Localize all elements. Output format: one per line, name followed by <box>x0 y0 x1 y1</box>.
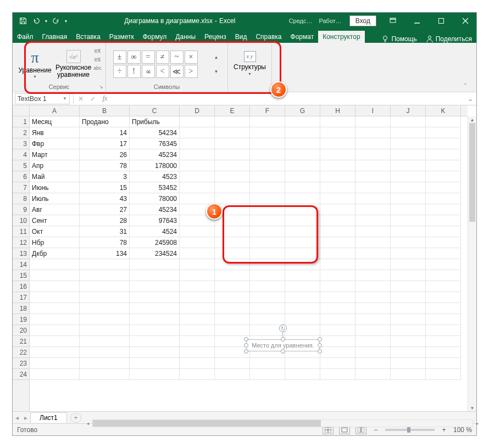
cell[interactable] <box>30 325 80 336</box>
cell[interactable] <box>180 358 215 369</box>
cell[interactable] <box>391 270 426 281</box>
cancel-icon[interactable]: ✕ <box>75 95 87 103</box>
cell[interactable] <box>285 116 320 127</box>
row-header[interactable]: 9 <box>13 204 29 215</box>
cell[interactable] <box>215 314 250 325</box>
cell[interactable] <box>285 270 320 281</box>
cell[interactable] <box>355 248 391 259</box>
cell[interactable] <box>180 369 215 380</box>
cell[interactable] <box>180 336 215 347</box>
col-header[interactable]: C <box>130 105 180 116</box>
cell[interactable]: 53452 <box>130 182 180 193</box>
cell[interactable] <box>250 369 285 380</box>
cell[interactable] <box>426 138 461 149</box>
cell[interactable] <box>426 281 461 292</box>
cell[interactable]: Месяц <box>30 116 80 127</box>
cell[interactable] <box>30 270 80 281</box>
worksheet-grid[interactable]: ABCDEFGHIJK 1234567891011121314151617181… <box>13 105 476 411</box>
sym-propto[interactable]: ∝ <box>142 65 155 78</box>
cell[interactable] <box>215 193 250 204</box>
cell[interactable] <box>285 237 320 248</box>
cell[interactable]: 97643 <box>130 215 180 226</box>
vertical-scrollbar[interactable]: ▲ ▼ <box>468 116 476 411</box>
sheet-nav-prev-icon[interactable]: ◂ <box>13 414 21 422</box>
cell[interactable] <box>30 347 80 358</box>
accept-icon[interactable]: ✓ <box>87 95 99 103</box>
cell[interactable] <box>391 369 426 380</box>
cell[interactable] <box>320 149 355 160</box>
cell[interactable] <box>426 204 461 215</box>
cell[interactable] <box>355 127 391 138</box>
sym-gt[interactable]: > <box>185 65 198 78</box>
cell[interactable] <box>180 138 215 149</box>
col-header[interactable]: K <box>426 105 461 116</box>
zoom-in-button[interactable]: + <box>440 426 448 434</box>
convert-icon-2[interactable]: ex <box>93 55 102 64</box>
sym-plusminus[interactable]: ± <box>113 51 126 64</box>
select-all-cells[interactable] <box>13 105 30 116</box>
cell[interactable] <box>355 336 391 347</box>
cell[interactable] <box>426 303 461 314</box>
cell[interactable] <box>215 226 250 237</box>
cell[interactable] <box>426 182 461 193</box>
cell[interactable] <box>180 303 215 314</box>
row-header[interactable]: 17 <box>13 292 29 303</box>
cell[interactable] <box>426 336 461 347</box>
cell[interactable] <box>355 160 391 171</box>
cell[interactable] <box>285 149 320 160</box>
cell[interactable] <box>355 182 391 193</box>
cell[interactable] <box>250 292 285 303</box>
cell[interactable] <box>215 281 250 292</box>
tab-help[interactable]: Справка <box>251 31 286 43</box>
cell[interactable] <box>215 149 250 160</box>
row-header[interactable]: 22 <box>13 347 29 358</box>
new-sheet-button[interactable]: ＋ <box>70 413 81 423</box>
minimize-button[interactable] <box>406 13 428 29</box>
cell[interactable] <box>180 292 215 303</box>
cell[interactable] <box>285 226 320 237</box>
sym-infinity[interactable]: ∞ <box>127 51 141 64</box>
cell[interactable] <box>320 303 355 314</box>
cell[interactable] <box>391 116 426 127</box>
cell[interactable] <box>285 138 320 149</box>
scroll-down-icon[interactable]: ▼ <box>468 405 476 411</box>
cell[interactable] <box>320 270 355 281</box>
cell[interactable]: 26 <box>80 149 130 160</box>
cell[interactable] <box>80 347 130 358</box>
horizontal-scroll-thumb[interactable] <box>93 420 321 427</box>
cell[interactable] <box>320 292 355 303</box>
cell[interactable]: 28 <box>80 215 130 226</box>
cell[interactable]: 17 <box>80 138 130 149</box>
cell[interactable]: 45234 <box>130 204 180 215</box>
structures-button[interactable]: x y Структуры ▼ <box>231 45 269 81</box>
cell[interactable]: 76345 <box>130 138 180 149</box>
row-header[interactable]: 14 <box>13 259 29 270</box>
cell[interactable] <box>320 259 355 270</box>
cell[interactable] <box>426 237 461 248</box>
cell[interactable] <box>250 127 285 138</box>
qat-customize-icon[interactable]: ▼ <box>63 15 69 27</box>
col-header[interactable]: G <box>285 105 320 116</box>
cell[interactable] <box>355 303 391 314</box>
cell[interactable] <box>180 314 215 325</box>
sym-equals[interactable]: = <box>142 51 155 64</box>
login-button[interactable]: Вход <box>349 15 376 26</box>
sym-tilde[interactable]: ~ <box>170 51 184 64</box>
sym-scroll-up-icon[interactable]: ▲ <box>213 51 220 64</box>
cell[interactable] <box>250 281 285 292</box>
cell[interactable] <box>391 336 426 347</box>
cell[interactable] <box>250 171 285 182</box>
resize-handle[interactable] <box>244 343 248 348</box>
tab-design[interactable]: Конструктор <box>318 31 364 43</box>
sym-scroll-down-icon[interactable]: ▼ <box>213 65 220 78</box>
cell[interactable] <box>215 182 250 193</box>
cell[interactable] <box>355 314 391 325</box>
cell[interactable]: Июль <box>30 193 80 204</box>
row-header[interactable]: 6 <box>13 171 29 182</box>
cell[interactable] <box>320 138 355 149</box>
cell[interactable]: Прибыль <box>130 116 180 127</box>
cell[interactable] <box>215 171 250 182</box>
cell[interactable] <box>180 347 215 358</box>
row-header[interactable]: 10 <box>13 215 29 226</box>
sheet-tab[interactable]: Лист1 <box>30 412 67 423</box>
